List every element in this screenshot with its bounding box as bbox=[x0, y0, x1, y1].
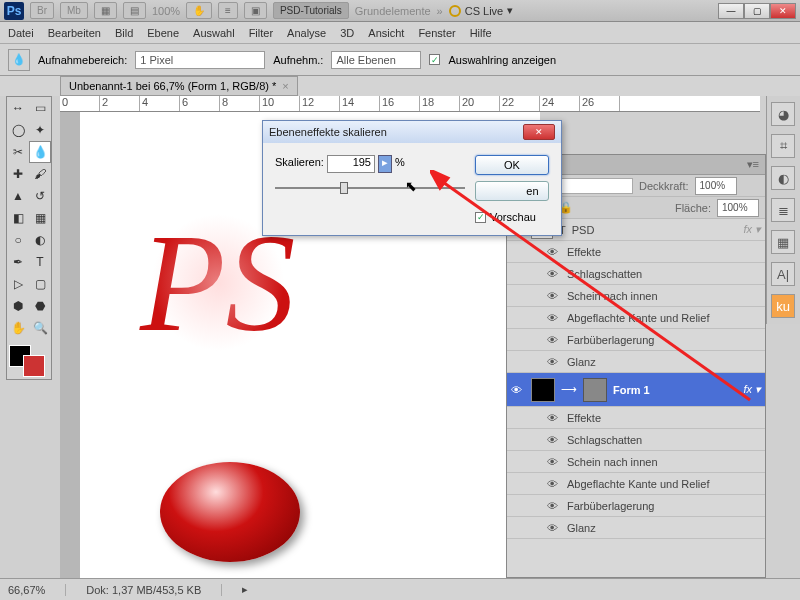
svg-line-0 bbox=[440, 180, 750, 400]
grid-icon[interactable]: ▦ bbox=[94, 2, 117, 19]
menu-auswahl[interactable]: Auswahl bbox=[193, 27, 235, 39]
blur-tool[interactable]: ○ bbox=[7, 229, 29, 251]
mini-bridge-button[interactable]: Mb bbox=[60, 2, 88, 19]
history-panel-icon[interactable]: ≣ bbox=[771, 198, 795, 222]
sample-layers-dropdown[interactable]: Alle Ebenen bbox=[331, 51, 421, 69]
menu-3d[interactable]: 3D bbox=[340, 27, 354, 39]
workspace-psdtut[interactable]: PSD-Tutorials bbox=[273, 2, 349, 19]
menu-ebene[interactable]: Ebene bbox=[147, 27, 179, 39]
masks-panel-icon[interactable]: ◐ bbox=[771, 166, 795, 190]
aufnahmebereich-label: Aufnahmebereich: bbox=[38, 54, 127, 66]
status-zoom[interactable]: 66,67% bbox=[8, 584, 66, 596]
effect2-glanz[interactable]: 👁Glanz bbox=[507, 517, 765, 539]
workspace-grundelemente[interactable]: Grundelemente bbox=[355, 5, 431, 17]
character-panel-icon[interactable]: A| bbox=[771, 262, 795, 286]
annotation-arrow bbox=[430, 170, 760, 410]
eyedropper-tool[interactable]: 💧 bbox=[29, 141, 51, 163]
document-tab[interactable]: Unbenannt-1 bei 66,7% (Form 1, RGB/8) * … bbox=[60, 76, 298, 96]
percent-label: % bbox=[395, 156, 405, 168]
scale-stepper[interactable]: ▸ bbox=[378, 155, 392, 173]
tab-close-icon[interactable]: × bbox=[282, 80, 288, 92]
scale-label: Skalieren: bbox=[275, 156, 324, 168]
effect2-farbueberlagerung[interactable]: 👁Farbüberlagerung bbox=[507, 495, 765, 517]
tool-palette: ↔ ▭ ◯ ✦ ✂ 💧 ✚ 🖌 ▲ ↺ ◧ ▦ ○ ◐ ✒ T ▷ ▢ ⬢ ⬣ … bbox=[6, 96, 52, 380]
swatches-panel-icon[interactable]: ▦ bbox=[771, 230, 795, 254]
horizontal-ruler: 02 46 810 1214 1618 2022 2426 bbox=[60, 96, 760, 112]
bridge-button[interactable]: Br bbox=[30, 2, 54, 19]
dialog-title: Ebeneneffekte skalieren bbox=[269, 126, 387, 138]
menu-datei[interactable]: Datei bbox=[8, 27, 34, 39]
menu-hilfe[interactable]: Hilfe bbox=[470, 27, 492, 39]
document-tab-title: Unbenannt-1 bei 66,7% (Form 1, RGB/8) * bbox=[69, 80, 276, 92]
effect2-schein[interactable]: 👁Schein nach innen bbox=[507, 451, 765, 473]
status-doc-size[interactable]: Dok: 1,37 MB/453,5 KB bbox=[86, 584, 222, 596]
eyedropper-icon[interactable]: 💧 bbox=[8, 49, 30, 71]
wand-tool[interactable]: ✦ bbox=[29, 119, 51, 141]
marquee-tool[interactable]: ▭ bbox=[29, 97, 51, 119]
status-more-icon[interactable]: ▸ bbox=[242, 583, 248, 596]
minimize-button[interactable]: — bbox=[718, 3, 744, 19]
effect2-schlagschatten[interactable]: 👁Schlagschatten bbox=[507, 429, 765, 451]
move-tool[interactable]: ↔ bbox=[7, 97, 29, 119]
brush-tool[interactable]: 🖌 bbox=[29, 163, 51, 185]
menu-fenster[interactable]: Fenster bbox=[418, 27, 455, 39]
stamp-tool[interactable]: ▲ bbox=[7, 185, 29, 207]
shape-tool[interactable]: ▢ bbox=[29, 273, 51, 295]
heal-tool[interactable]: ✚ bbox=[7, 163, 29, 185]
scale-input[interactable]: 195 bbox=[327, 155, 375, 173]
slider-thumb[interactable] bbox=[340, 182, 348, 194]
menu-analyse[interactable]: Analyse bbox=[287, 27, 326, 39]
zoom-level[interactable]: 100% bbox=[152, 5, 180, 17]
dialog-close-button[interactable]: ✕ bbox=[523, 124, 555, 140]
close-button[interactable]: ✕ bbox=[770, 3, 796, 19]
color-swatches[interactable] bbox=[7, 343, 47, 379]
adjustments-panel-icon[interactable]: ⌗ bbox=[771, 134, 795, 158]
cslive-ring-icon bbox=[449, 5, 461, 17]
background-swatch[interactable] bbox=[23, 355, 45, 377]
menu-filter[interactable]: Filter bbox=[249, 27, 273, 39]
maximize-button[interactable]: ▢ bbox=[744, 3, 770, 19]
dodge-tool[interactable]: ◐ bbox=[29, 229, 51, 251]
3d-tool[interactable]: ⬢ bbox=[7, 295, 29, 317]
zoom-tool[interactable]: 🔍 bbox=[29, 317, 51, 339]
color-panel-icon[interactable]: ◕ bbox=[771, 102, 795, 126]
hand-tool[interactable]: ✋ bbox=[7, 317, 29, 339]
history-brush-tool[interactable]: ↺ bbox=[29, 185, 51, 207]
right-dock: ◕ ⌗ ◐ ≣ ▦ A| ku bbox=[766, 96, 800, 324]
lasso-tool[interactable]: ◯ bbox=[7, 119, 29, 141]
layer-form1-effects[interactable]: 👁Effekte bbox=[507, 407, 765, 429]
effect2-abgeflacht[interactable]: 👁Abgeflachte Kante und Relief bbox=[507, 473, 765, 495]
hand-icon[interactable]: ✋ bbox=[186, 2, 212, 19]
artwork-ellipse bbox=[160, 462, 300, 562]
aufnehmen-label: Aufnehm.: bbox=[273, 54, 323, 66]
3d-camera-tool[interactable]: ⬣ bbox=[29, 295, 51, 317]
pen-tool[interactable]: ✒ bbox=[7, 251, 29, 273]
auswahlring-label: Auswahlring anzeigen bbox=[448, 54, 556, 66]
crop-tool[interactable]: ✂ bbox=[7, 141, 29, 163]
ruler-icon[interactable]: ▤ bbox=[123, 2, 146, 19]
kuler-panel-icon[interactable]: ku bbox=[771, 294, 795, 318]
menu-bar: Datei Bearbeiten Bild Ebene Auswahl Filt… bbox=[0, 22, 800, 44]
eraser-tool[interactable]: ◧ bbox=[7, 207, 29, 229]
cslive-button[interactable]: CS Live ▾ bbox=[449, 4, 514, 17]
menu-ansicht[interactable]: Ansicht bbox=[368, 27, 404, 39]
path-select-tool[interactable]: ▷ bbox=[7, 273, 29, 295]
rows-icon[interactable]: ≡ bbox=[218, 2, 238, 19]
menu-bild[interactable]: Bild bbox=[115, 27, 133, 39]
screen-mode-icon[interactable]: ▣ bbox=[244, 2, 267, 19]
auswahlring-checkbox[interactable]: ✓ bbox=[429, 54, 440, 65]
more-icon[interactable]: » bbox=[437, 5, 443, 17]
status-bar: 66,67% Dok: 1,37 MB/453,5 KB ▸ bbox=[0, 578, 800, 600]
menu-bearbeiten[interactable]: Bearbeiten bbox=[48, 27, 101, 39]
sample-size-dropdown[interactable]: 1 Pixel bbox=[135, 51, 265, 69]
gradient-tool[interactable]: ▦ bbox=[29, 207, 51, 229]
type-tool[interactable]: T bbox=[29, 251, 51, 273]
photoshop-logo: Ps bbox=[4, 2, 24, 20]
